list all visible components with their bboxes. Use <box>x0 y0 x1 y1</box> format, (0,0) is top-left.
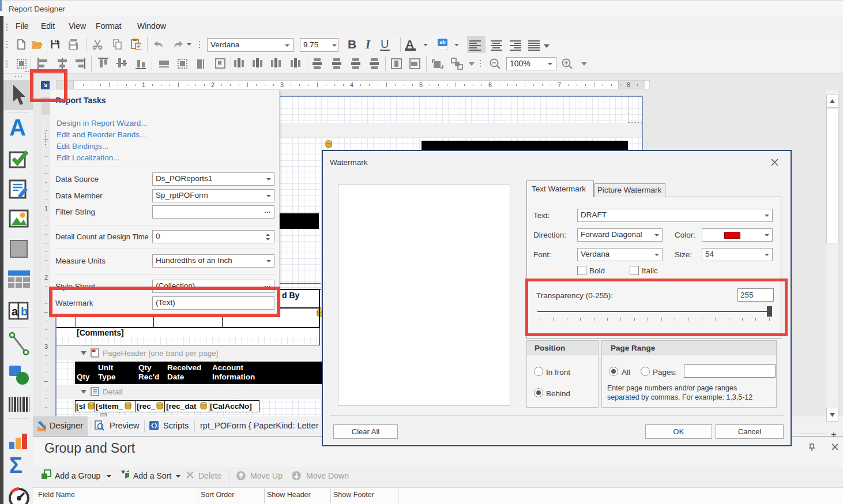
svg-text:b: b <box>21 305 28 318</box>
svg-text:a: a <box>12 305 18 318</box>
